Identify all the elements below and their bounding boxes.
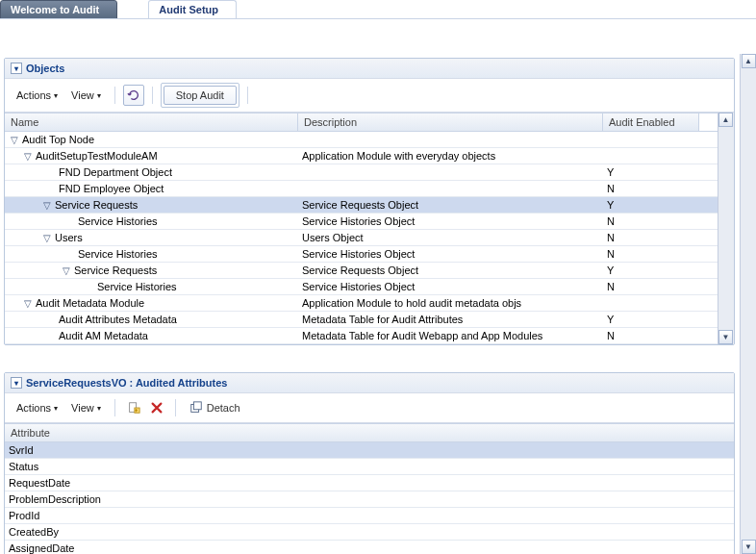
tab-welcome[interactable]: Welcome to Audit <box>0 0 117 19</box>
tree-node-label: Audit Attributes Metadata <box>59 314 177 325</box>
expand-icon[interactable]: ▽ <box>63 265 70 276</box>
tree-cell-desc: Metadata Table for Audit Webapp and App … <box>298 330 603 341</box>
expand-icon[interactable]: ▽ <box>24 298 32 309</box>
table-row[interactable]: ▽UsersUsers ObjectN <box>5 230 718 246</box>
caret-down-icon: ▾ <box>97 91 101 100</box>
attributes-title: ServiceRequestsVO : Audited Attributes <box>26 377 227 389</box>
toolbar-separator <box>114 399 115 416</box>
col-name[interactable]: Name <box>5 113 298 131</box>
detach-button[interactable]: Detach <box>184 399 246 416</box>
actions-label: Actions <box>16 402 51 414</box>
tree-cell-desc: Service Requests Object <box>298 199 603 211</box>
objects-view-menu[interactable]: View ▾ <box>65 88 107 103</box>
objects-table-wrap: Name Description Audit Enabled ▽Audit To… <box>5 113 734 344</box>
tree-node-label: Service Histories <box>97 281 177 292</box>
scroll-down-icon[interactable]: ▼ <box>742 540 756 554</box>
tree-node-label: FND Department Object <box>59 166 172 178</box>
expand-icon[interactable]: ▽ <box>24 151 32 162</box>
tree-cell-enabled: Y <box>603 199 699 211</box>
toolbar-separator <box>114 87 115 104</box>
new-doc-icon <box>127 401 140 415</box>
delete-button[interactable] <box>146 397 167 418</box>
table-row[interactable]: Service HistoriesService Histories Objec… <box>5 246 718 263</box>
tree-cell-name: FND Employee Object <box>5 183 298 194</box>
tab-strip <box>0 18 756 19</box>
tree-node-label: Service Histories <box>78 248 158 260</box>
attributes-view-menu[interactable]: View ▾ <box>65 400 107 416</box>
scroll-up-icon[interactable]: ▲ <box>718 113 733 127</box>
objects-actions-menu[interactable]: Actions ▾ <box>11 88 63 103</box>
expand-icon[interactable]: ▽ <box>43 200 51 211</box>
table-row[interactable]: Audit Attributes MetadataMetadata Table … <box>5 312 718 328</box>
col-attribute[interactable]: Attribute <box>5 423 734 442</box>
tree-node-label: Audit AM Metadata <box>59 330 148 341</box>
caret-down-icon: ▾ <box>54 91 58 100</box>
tree-cell-name: Service Histories <box>5 215 298 227</box>
table-row[interactable]: ▽AuditSetupTestModuleAMApplication Modul… <box>5 148 718 164</box>
list-item[interactable]: CreatedBy <box>5 524 734 541</box>
tree-cell-desc: Service Requests Object <box>298 264 603 276</box>
expand-icon[interactable]: ▽ <box>11 135 18 145</box>
table-row[interactable]: FND Department ObjectY <box>5 164 718 181</box>
tree-cell-desc: Service Histories Object <box>298 248 603 260</box>
list-item[interactable]: SvrId <box>5 442 734 459</box>
tree-cell-desc: Application Module to hold audit metadat… <box>298 297 603 309</box>
tree-node-label: Service Requests <box>55 199 138 211</box>
table-row[interactable]: Service HistoriesService Histories Objec… <box>5 214 718 230</box>
tree-cell-enabled: Y <box>603 166 699 178</box>
tree-cell-name: ▽Service Requests <box>5 199 298 211</box>
view-label: View <box>71 402 94 414</box>
stop-audit-button[interactable]: Stop Audit <box>164 86 237 105</box>
expand-icon[interactable]: ▽ <box>43 233 51 243</box>
list-item[interactable]: ProblemDescription <box>5 491 734 508</box>
add-button[interactable] <box>123 397 144 418</box>
tree-cell-name: ▽AuditSetupTestModuleAM <box>5 150 298 162</box>
tree-cell-desc: Application Module with everyday objects <box>298 150 603 162</box>
collapse-icon[interactable]: ▾ <box>11 63 22 74</box>
scroll-down-icon[interactable]: ▼ <box>718 330 733 344</box>
tree-cell-name: Audit AM Metadata <box>5 330 298 341</box>
objects-rows: ▽Audit Top Node▽AuditSetupTestModuleAMAp… <box>5 132 718 344</box>
tab-audit-setup[interactable]: Audit Setup <box>148 0 237 19</box>
objects-column-headers: Name Description Audit Enabled <box>5 113 718 132</box>
stop-audit-label: Stop Audit <box>176 89 224 101</box>
collapse-icon[interactable]: ▾ <box>11 377 22 389</box>
attributes-rows: SvrIdStatusRequestDateProblemDescription… <box>5 442 734 554</box>
table-row[interactable]: Audit AM MetadataMetadata Table for Audi… <box>5 328 718 344</box>
attributes-toolbar: Actions ▾ View ▾ Detach <box>5 393 734 423</box>
page-scrollbar[interactable]: ▲ ▼ <box>740 54 756 554</box>
toolbar-separator <box>247 87 248 104</box>
list-item[interactable]: AssignedDate <box>5 541 734 554</box>
tree-cell-enabled: N <box>603 215 699 227</box>
table-row[interactable]: ▽Service RequestsService Requests Object… <box>5 197 718 214</box>
table-row[interactable]: ▽Service RequestsService Requests Object… <box>5 263 718 279</box>
tab-bar: Welcome to Audit Audit Setup <box>0 0 756 19</box>
table-row[interactable]: FND Employee ObjectN <box>5 181 718 197</box>
view-label: View <box>71 89 94 101</box>
list-item[interactable]: RequestDate <box>5 475 734 491</box>
toolbar-separator <box>175 399 176 416</box>
objects-panel: ▾ Objects Actions ▾ View ▾ Stop Audit <box>4 58 735 345</box>
tree-cell-name: ▽Audit Top Node <box>5 134 298 145</box>
refresh-button[interactable] <box>123 85 144 106</box>
table-row[interactable]: ▽Audit Metadata ModuleApplication Module… <box>5 295 718 312</box>
tree-cell-enabled: Y <box>603 264 699 276</box>
tree-node-label: AuditSetupTestModuleAM <box>36 150 158 162</box>
tree-cell-name: ▽Users <box>5 232 298 243</box>
scroll-up-icon[interactable]: ▲ <box>742 54 756 68</box>
attributes-header: ▾ ServiceRequestsVO : Audited Attributes <box>5 373 734 393</box>
detach-icon <box>189 401 203 415</box>
table-row[interactable]: ▽Audit Top Node <box>5 132 718 148</box>
objects-scrollbar[interactable]: ▲ ▼ <box>718 113 734 344</box>
tree-cell-enabled: N <box>603 183 699 194</box>
tree-cell-desc: Metadata Table for Audit Attributes <box>298 314 603 325</box>
col-description[interactable]: Description <box>298 113 603 131</box>
list-item[interactable]: Status <box>5 459 734 475</box>
list-item[interactable]: ProdId <box>5 508 734 524</box>
toolbar-separator <box>152 87 153 104</box>
col-audit-enabled[interactable]: Audit Enabled <box>603 113 699 131</box>
attributes-actions-menu[interactable]: Actions ▾ <box>11 400 63 416</box>
table-row[interactable]: Service HistoriesService Histories Objec… <box>5 279 718 295</box>
caret-down-icon: ▾ <box>54 404 58 413</box>
tree-cell-name: FND Department Object <box>5 166 298 178</box>
